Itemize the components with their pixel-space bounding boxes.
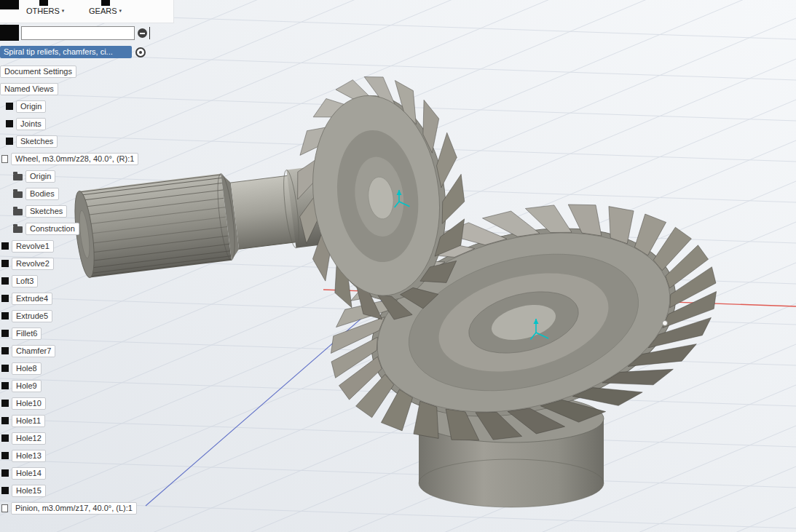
browser-row[interactable]: Extrude4 bbox=[1, 290, 138, 307]
browser-item-label[interactable]: Extrude4 bbox=[12, 293, 52, 305]
browser-row[interactable]: Pinion, m3.0mm/z17, 40.0°, (L):1 bbox=[1, 499, 138, 517]
browser-item-label[interactable]: Revolve2 bbox=[12, 258, 54, 270]
square-icon bbox=[1, 452, 9, 459]
others-tab-icon bbox=[39, 0, 48, 6]
toolbar-tab-gears-label: GEARS bbox=[89, 7, 117, 15]
browser-item-label[interactable]: Hole12 bbox=[12, 432, 46, 445]
square-icon bbox=[6, 120, 13, 127]
square-icon bbox=[1, 382, 9, 389]
ui-icon-placeholder bbox=[0, 0, 19, 9]
browser-row[interactable]: Sketches bbox=[13, 202, 138, 220]
browser-row[interactable]: Sketches bbox=[6, 132, 138, 150]
browser-item-label[interactable]: Loft3 bbox=[12, 275, 38, 287]
browser-item-label[interactable]: Hole14 bbox=[12, 467, 46, 480]
toolbar-tab-gears[interactable]: GEARS ▾ bbox=[89, 7, 122, 15]
square-icon bbox=[1, 417, 9, 424]
browser-row[interactable]: Bodies bbox=[13, 185, 138, 202]
square-icon bbox=[6, 103, 13, 110]
folder-icon bbox=[13, 174, 23, 180]
ui-icon-placeholder bbox=[0, 25, 19, 41]
square-icon bbox=[1, 330, 9, 337]
browser-row[interactable]: Hole12 bbox=[1, 429, 138, 447]
browser-row[interactable]: Hole11 bbox=[1, 412, 138, 429]
text-cursor bbox=[149, 27, 150, 39]
toolbar: OTHERS ▾ GEARS ▾ bbox=[0, 0, 174, 23]
browser-item-label[interactable]: Fillet6 bbox=[12, 327, 42, 340]
square-icon bbox=[1, 260, 9, 267]
target-circle-icon[interactable] bbox=[135, 47, 146, 57]
browser-row[interactable]: Wheel, m3.0mm/z28, 40.0°, (R):1 bbox=[1, 150, 138, 167]
browser-item-label[interactable]: Pinion, m3.0mm/z17, 40.0°, (L):1 bbox=[11, 502, 137, 515]
browser-row[interactable]: Joints bbox=[6, 115, 138, 132]
square-icon bbox=[1, 469, 9, 477]
cad-app-window: OTHERS ▾ GEARS ▾ Spiral tip reliefs, cha… bbox=[0, 0, 796, 532]
folder-icon bbox=[13, 226, 23, 233]
browser-item-label[interactable]: Extrude5 bbox=[12, 310, 52, 322]
square-icon bbox=[1, 365, 9, 372]
selected-gear-entry[interactable]: Spiral tip reliefs, chamfers, ci... bbox=[0, 46, 132, 58]
browser-item-label[interactable]: Chamfer7 bbox=[12, 345, 55, 357]
browser-row[interactable]: Construction bbox=[13, 220, 138, 237]
browser-item-label[interactable]: Joints bbox=[16, 118, 46, 130]
toolbar-tab-others-label: OTHERS bbox=[26, 7, 60, 15]
browser-row[interactable]: Fillet6 bbox=[1, 325, 138, 342]
browser-row[interactable]: Chamfer7 bbox=[1, 342, 138, 360]
square-icon bbox=[6, 138, 13, 145]
chevron-down-icon: ▾ bbox=[119, 8, 122, 14]
browser-row[interactable]: Origin bbox=[6, 98, 138, 115]
browser-item-label[interactable]: Hole10 bbox=[12, 397, 46, 410]
browser-item-label[interactable]: Bodies bbox=[25, 188, 59, 200]
browser-item-label[interactable]: Hole13 bbox=[12, 450, 46, 462]
toolbar-tab-others[interactable]: OTHERS ▾ bbox=[26, 7, 64, 15]
browser-row[interactable]: Loft3 bbox=[1, 272, 138, 290]
browser-item-label[interactable]: Origin bbox=[16, 100, 46, 113]
browser-item-label[interactable]: Origin bbox=[25, 170, 55, 183]
gears-tab-icon bbox=[101, 0, 110, 6]
browser-item-label[interactable]: Sketches bbox=[16, 135, 58, 148]
component-icon bbox=[1, 155, 8, 163]
browser-item-label[interactable]: Named Views bbox=[0, 83, 58, 95]
square-icon bbox=[1, 434, 9, 442]
browser-row[interactable]: Extrude5 bbox=[1, 307, 138, 325]
browser-row[interactable]: Named Views bbox=[0, 80, 138, 98]
browser-row[interactable]: Origin bbox=[13, 167, 138, 185]
folder-icon bbox=[13, 209, 23, 215]
square-icon bbox=[1, 347, 9, 354]
search-input[interactable] bbox=[21, 26, 135, 40]
component-icon bbox=[1, 504, 8, 512]
browser-row[interactable]: Revolve1 bbox=[1, 237, 138, 255]
clear-search-icon[interactable] bbox=[138, 28, 147, 38]
browser-item-label[interactable]: Hole11 bbox=[12, 415, 45, 427]
browser-row[interactable]: Hole15 bbox=[1, 482, 138, 499]
square-icon bbox=[1, 487, 9, 494]
browser-item-label[interactable]: Construction bbox=[25, 223, 79, 235]
browser-item-label[interactable]: Document Settings bbox=[0, 65, 76, 78]
folder-icon bbox=[13, 191, 23, 198]
grip-point[interactable] bbox=[663, 321, 668, 326]
browser-row[interactable]: Hole9 bbox=[1, 377, 138, 394]
browser-item-label[interactable]: Hole9 bbox=[12, 380, 42, 392]
browser-row[interactable]: Hole8 bbox=[1, 360, 138, 377]
browser-item-label[interactable]: Sketches bbox=[25, 205, 67, 218]
browser-item-label[interactable]: Hole15 bbox=[12, 485, 46, 497]
browser-row[interactable]: Document Settings bbox=[0, 63, 138, 80]
browser-tree: Document SettingsNamed ViewsOriginJoints… bbox=[0, 63, 138, 517]
browser-row[interactable]: Hole10 bbox=[1, 394, 138, 412]
browser-item-label[interactable]: Revolve1 bbox=[12, 240, 54, 253]
browser-item-label[interactable]: Wheel, m3.0mm/z28, 40.0°, (R):1 bbox=[11, 153, 138, 165]
chevron-down-icon: ▾ bbox=[62, 8, 65, 14]
square-icon bbox=[1, 242, 9, 250]
square-icon bbox=[1, 312, 9, 319]
square-icon bbox=[1, 295, 9, 302]
browser-row[interactable]: Hole13 bbox=[1, 447, 138, 464]
square-icon bbox=[1, 277, 9, 285]
square-icon bbox=[1, 400, 9, 407]
browser-row[interactable]: Hole14 bbox=[1, 464, 138, 482]
browser-row[interactable]: Revolve2 bbox=[1, 255, 138, 272]
browser-item-label[interactable]: Hole8 bbox=[12, 362, 42, 375]
